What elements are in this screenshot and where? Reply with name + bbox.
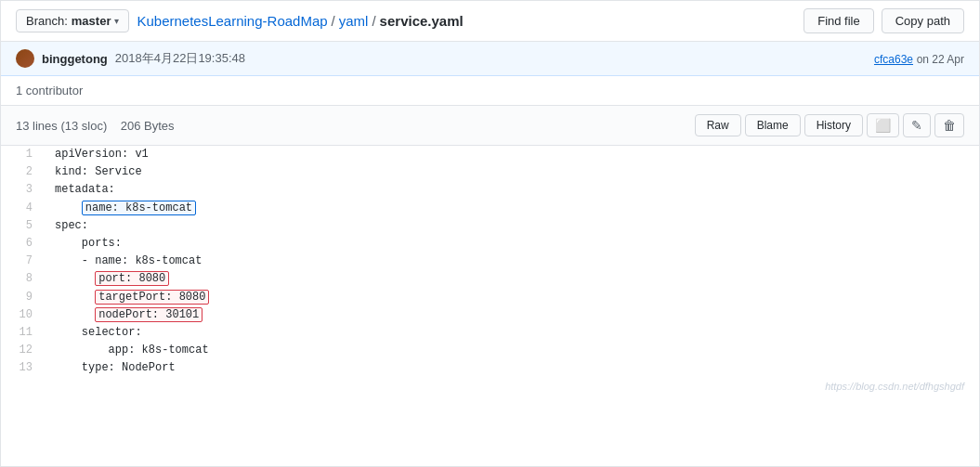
line-number: 11 <box>1 324 47 342</box>
line-code: - name: k8s-tomcat <box>47 253 979 270</box>
commit-hash-link[interactable]: cfca63e <box>874 53 913 66</box>
sep2: / <box>372 13 375 29</box>
code-area: 1apiVersion: v12kind: Service3metadata:4… <box>1 146 979 377</box>
file-toolbar: 13 lines (13 sloc) 206 Bytes Raw Blame H… <box>1 106 979 146</box>
table-row: 6 ports: <box>1 235 979 253</box>
line-code: ports: <box>47 235 979 253</box>
line-number: 9 <box>1 289 47 306</box>
breadcrumb: KubernetesLearning-RoadMap / yaml / serv… <box>137 13 463 29</box>
line-number: 13 <box>1 359 47 377</box>
code-table: 1apiVersion: v12kind: Service3metadata:4… <box>1 146 979 377</box>
line-number: 12 <box>1 342 47 359</box>
table-row: 7 - name: k8s-tomcat <box>1 253 979 270</box>
commit-hash-area: cfca63e on 22 Apr <box>874 52 964 66</box>
sep1: / <box>332 13 335 29</box>
avatar <box>16 49 34 68</box>
line-number: 1 <box>1 146 47 163</box>
delete-icon[interactable]: 🗑 <box>934 113 964 137</box>
table-row: 8 port: 8080 <box>1 270 979 288</box>
blame-button[interactable]: Blame <box>745 114 801 136</box>
line-code: metadata: <box>47 181 979 199</box>
raw-button[interactable]: Raw <box>695 114 741 136</box>
branch-label: Branch: <box>26 14 68 28</box>
top-bar-right: Find file Copy path <box>804 8 964 33</box>
line-code: spec: <box>47 217 979 235</box>
commit-bar: binggetong 2018年4月22日19:35:48 cfca63e on… <box>1 42 979 76</box>
line-number: 5 <box>1 217 47 235</box>
top-bar-left: Branch: master ▾ KubernetesLearning-Road… <box>16 9 464 32</box>
watermark: https://blog.csdn.net/dfhgshgdf <box>1 377 979 396</box>
top-bar: Branch: master ▾ KubernetesLearning-Road… <box>1 1 979 42</box>
line-code: name: k8s-tomcat <box>47 200 979 217</box>
line-code: nodePort: 30101 <box>47 306 979 324</box>
current-file: service.yaml <box>380 13 464 29</box>
table-row: 10 nodePort: 30101 <box>1 306 979 324</box>
line-number: 6 <box>1 235 47 253</box>
line-number: 3 <box>1 181 47 199</box>
line-code: app: k8s-tomcat <box>47 342 979 359</box>
commit-author[interactable]: binggetong <box>42 52 108 66</box>
file-meta: 13 lines (13 sloc) 206 Bytes <box>16 119 175 133</box>
copy-path-button[interactable]: Copy path <box>882 8 964 33</box>
table-row: 12 app: k8s-tomcat <box>1 342 979 359</box>
table-row: 4 name: k8s-tomcat <box>1 200 979 217</box>
desktop-icon[interactable]: ⬜ <box>867 113 899 137</box>
table-row: 11 selector: <box>1 324 979 342</box>
repo-link[interactable]: KubernetesLearning-RoadMap <box>137 13 327 29</box>
line-code: type: NodePort <box>47 359 979 377</box>
chevron-down-icon: ▾ <box>114 16 119 26</box>
table-row: 9 targetPort: 8080 <box>1 289 979 306</box>
file-size: 206 Bytes <box>121 119 175 133</box>
branch-selector[interactable]: Branch: master ▾ <box>16 9 129 32</box>
contributors-bar: 1 contributor <box>1 76 979 106</box>
branch-name: master <box>72 14 111 28</box>
line-code: kind: Service <box>47 163 979 181</box>
line-number: 8 <box>1 270 47 288</box>
folder-link[interactable]: yaml <box>339 13 369 29</box>
contributors-count: 1 contributor <box>16 84 83 97</box>
line-code: port: 8080 <box>47 270 979 288</box>
line-number: 4 <box>1 200 47 217</box>
line-code: targetPort: 8080 <box>47 289 979 306</box>
edit-icon[interactable]: ✎ <box>903 113 931 137</box>
lines-info: 13 lines (13 sloc) <box>16 119 107 133</box>
line-code: selector: <box>47 324 979 342</box>
line-number: 10 <box>1 306 47 324</box>
find-file-button[interactable]: Find file <box>804 8 874 33</box>
line-number: 2 <box>1 163 47 181</box>
table-row: 5spec: <box>1 217 979 235</box>
commit-hash-date: on 22 Apr <box>917 53 964 66</box>
table-row: 13 type: NodePort <box>1 359 979 377</box>
history-button[interactable]: History <box>804 114 863 136</box>
file-actions: Raw Blame History ⬜ ✎ 🗑 <box>695 113 964 137</box>
line-number: 7 <box>1 253 47 270</box>
commit-bar-left: binggetong 2018年4月22日19:35:48 <box>16 49 245 68</box>
table-row: 2kind: Service <box>1 163 979 181</box>
table-row: 3metadata: <box>1 181 979 199</box>
line-code: apiVersion: v1 <box>47 146 979 163</box>
commit-date: 2018年4月22日19:35:48 <box>115 50 245 67</box>
table-row: 1apiVersion: v1 <box>1 146 979 163</box>
watermark-url: https://blog.csdn.net/dfhgshgdf <box>825 381 964 392</box>
